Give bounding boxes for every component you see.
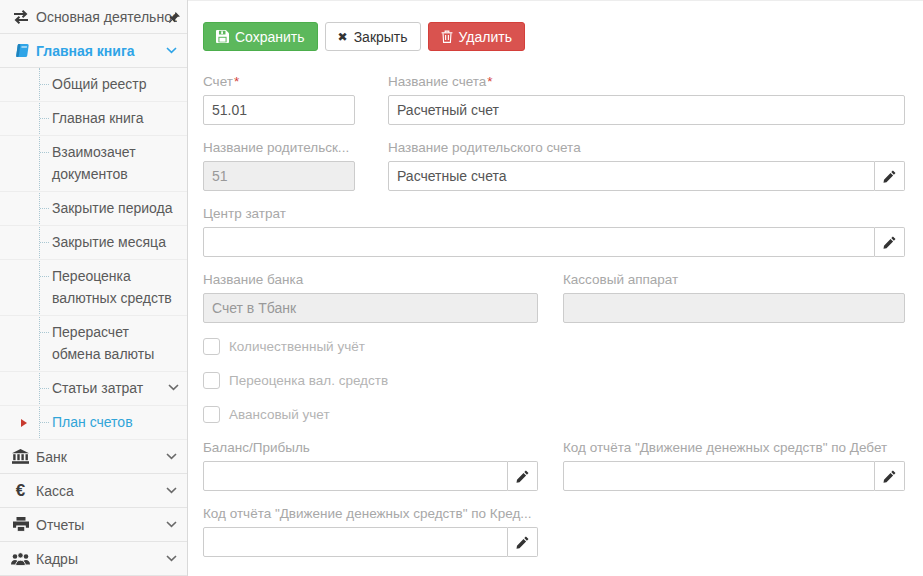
subitem-label: Общий реестр [52, 73, 179, 95]
delete-button[interactable]: Удалить [428, 22, 525, 51]
sidebar-item-reports[interactable]: Отчеты [0, 508, 187, 542]
general-ledger-submenu: Общий реестр Главная книга Взаимозачет д… [0, 68, 187, 440]
sidebar-subitem-chart-of-accounts[interactable]: План счетов [0, 406, 187, 440]
chevron-down-icon [166, 521, 177, 528]
euro-icon: € [8, 481, 33, 501]
account-edit-form: Сохранить ✖ Закрыть Удалить Счет* Назван… [188, 0, 923, 576]
book-icon [8, 43, 33, 58]
checkbox-label: Количественный учёт [229, 339, 365, 354]
subitem-label: Взаимозачет документов [52, 141, 179, 185]
pencil-icon [516, 536, 529, 549]
parent-account-label: Название родительск... [203, 140, 355, 156]
sidebar-subitem-general-ledger[interactable]: Главная книга [0, 102, 187, 136]
exchange-icon [8, 10, 33, 24]
cost-center-label: Центр затрат [203, 206, 905, 222]
account-label: Счет* [203, 74, 355, 90]
cash-register-label: Кассовый аппарат [563, 272, 905, 288]
chevron-down-icon [166, 555, 177, 562]
subitem-label: Переоценка валютных средств [52, 265, 179, 309]
cashflow-debit-label: Код отчёта "Движение денежных средств" п… [563, 440, 905, 456]
sidebar-item-label: Касса [36, 483, 166, 499]
printer-icon [8, 517, 33, 532]
parent-account-input [203, 161, 355, 191]
cost-center-input[interactable] [203, 227, 875, 257]
subitem-label: Главная книга [52, 107, 179, 129]
edit-parent-account-name-button[interactable] [875, 161, 905, 191]
save-button[interactable]: Сохранить [203, 22, 318, 51]
pin-icon[interactable] [169, 10, 180, 26]
checkbox-label: Переоценка вал. средств [229, 373, 388, 388]
subitem-label: План счетов [52, 411, 179, 433]
sidebar-item-main-activity[interactable]: Основная деятельность [0, 0, 187, 34]
sidebar-subitem-document-offset[interactable]: Взаимозачет документов [0, 136, 187, 192]
edit-cost-center-button[interactable] [875, 227, 905, 257]
sidebar-item-bank[interactable]: Банк [0, 440, 187, 474]
sidebar-item-cash[interactable]: € Касса [0, 474, 187, 508]
chevron-down-icon [168, 384, 179, 399]
sidebar-item-general-ledger[interactable]: Главная книга [0, 34, 187, 68]
sidebar-subitem-general-register[interactable]: Общий реестр [0, 68, 187, 102]
cash-register-input [563, 293, 905, 323]
sidebar-item-label: Отчеты [36, 517, 166, 533]
close-button-label: Закрыть [354, 30, 408, 44]
edit-cashflow-debit-button[interactable] [875, 461, 905, 491]
bank-icon [8, 449, 33, 464]
checkbox-label: Авансовый учет [229, 407, 330, 422]
cashflow-debit-input[interactable] [563, 461, 875, 491]
quantitative-accounting-checkbox[interactable] [203, 338, 220, 355]
subitem-label: Перерасчет обмена валюты [52, 321, 179, 365]
account-input[interactable] [203, 95, 355, 125]
sidebar-item-label: Банк [36, 449, 166, 465]
subitem-label: Закрытие месяца [52, 231, 179, 253]
account-name-label: Название счета* [388, 74, 905, 90]
bank-name-input [203, 293, 538, 323]
users-icon [8, 552, 33, 566]
sidebar: Основная деятельность Главная книга Общи… [0, 0, 188, 576]
save-button-label: Сохранить [235, 30, 305, 44]
chevron-down-icon [166, 487, 177, 494]
advance-accounting-checkbox-row[interactable]: Авансовый учет [203, 406, 905, 423]
subitem-label: Статьи затрат [52, 377, 168, 399]
parent-account-name-input[interactable] [388, 161, 875, 191]
required-asterisk: * [487, 74, 492, 89]
close-button[interactable]: ✖ Закрыть [325, 22, 421, 51]
currency-revaluation-checkbox[interactable] [203, 372, 220, 389]
quantitative-accounting-checkbox-row[interactable]: Количественный учёт [203, 338, 905, 355]
balance-profit-label: Баланс/Прибыль [203, 440, 538, 456]
chevron-down-icon [166, 47, 177, 54]
account-name-input[interactable] [388, 95, 905, 125]
cashflow-credit-label: Код отчёта "Движение денежных средств" п… [203, 506, 538, 522]
sidebar-subitem-month-closing[interactable]: Закрытие месяца [0, 226, 187, 260]
cashflow-credit-input[interactable] [203, 527, 508, 557]
bank-name-label: Название банка [203, 272, 538, 288]
sidebar-item-label: Основная деятельность [36, 9, 177, 25]
sidebar-item-hr[interactable]: Кадры [0, 542, 187, 576]
currency-revaluation-checkbox-row[interactable]: Переоценка вал. средств [203, 372, 905, 389]
active-marker-icon [21, 419, 27, 427]
sidebar-item-label: Кадры [36, 551, 166, 567]
trash-icon [441, 30, 453, 43]
subitem-label: Закрытие периода [52, 197, 179, 219]
pencil-icon [883, 470, 896, 483]
sidebar-subitem-currency-revaluation[interactable]: Переоценка валютных средств [0, 260, 187, 316]
checkbox-group: Количественный учёт Переоценка вал. сред… [203, 338, 905, 423]
delete-button-label: Удалить [459, 30, 512, 44]
close-icon: ✖ [338, 31, 348, 43]
save-icon [216, 30, 229, 43]
chevron-down-icon [166, 453, 177, 460]
pencil-icon [883, 236, 896, 249]
sidebar-subitem-period-closing[interactable]: Закрытие периода [0, 192, 187, 226]
toolbar: Сохранить ✖ Закрыть Удалить [203, 22, 905, 51]
advance-accounting-checkbox[interactable] [203, 406, 220, 423]
pencil-icon [883, 170, 896, 183]
pencil-icon [516, 470, 529, 483]
sidebar-subitem-cost-articles[interactable]: Статьи затрат [0, 372, 187, 406]
sidebar-subitem-exchange-recalculation[interactable]: Перерасчет обмена валюты [0, 316, 187, 372]
parent-account-name-label: Название родительского счета [388, 140, 905, 156]
required-asterisk: * [234, 74, 239, 89]
edit-balance-profit-button[interactable] [508, 461, 538, 491]
edit-cashflow-credit-button[interactable] [508, 527, 538, 557]
sidebar-item-label: Главная книга [36, 43, 166, 59]
balance-profit-input[interactable] [203, 461, 508, 491]
